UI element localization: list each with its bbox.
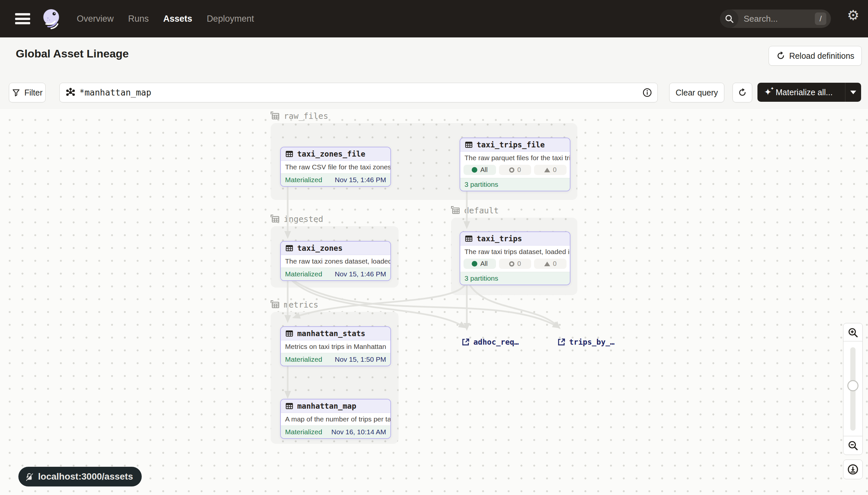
asset-description: The raw taxi zones dataset, loaded int..… (281, 255, 390, 268)
asset-node-header: taxi_zones_file (281, 148, 390, 161)
asset-description: A map of the number of trips per taxi z.… (281, 413, 390, 425)
search-input[interactable]: Search... / (720, 10, 831, 28)
download-graph-button[interactable] (843, 460, 863, 479)
status-materialized: Materialized (285, 428, 322, 436)
group-tables-icon (270, 214, 280, 224)
nav-link-runs[interactable]: Runs (128, 14, 149, 24)
clear-query-label: Clear query (675, 88, 718, 98)
materialize-all-button[interactable]: ✦✦ Materialize all... (758, 88, 845, 97)
ring-icon (509, 261, 514, 267)
zoom-slider-thumb[interactable] (847, 380, 858, 391)
materialization-timestamp[interactable]: Nov 15, 1:46 PM (335, 270, 386, 278)
group-tables-icon (450, 205, 460, 215)
partition-health-badges: All 0 0 (460, 164, 570, 178)
asset-status-bar: 3 partitions (460, 272, 570, 285)
external-asset-adhoc-request[interactable]: adhoc_req… (461, 338, 519, 347)
asset-description: The raw taxi trips dataset, loaded into … (460, 245, 570, 258)
asset-status-bar: 3 partitions (460, 178, 570, 191)
nav-link-deployment[interactable]: Deployment (207, 14, 254, 24)
filter-label: Filter (24, 88, 43, 98)
asset-node-taxi-trips-file[interactable]: taxi_trips_file The raw parquet files fo… (460, 138, 570, 191)
materialization-timestamp[interactable]: Nov 16, 10:14 AM (331, 428, 386, 436)
zoom-out-icon (847, 440, 858, 451)
table-icon (285, 329, 294, 338)
asset-node-header: taxi_trips (460, 232, 570, 245)
asset-node-taxi-zones[interactable]: taxi_zones The raw taxi zones dataset, l… (280, 241, 391, 281)
nav-link-assets[interactable]: Assets (163, 14, 193, 24)
top-nav: Overview Runs Assets Deployment Search..… (0, 0, 868, 37)
materialization-timestamp[interactable]: Nov 15, 1:46 PM (335, 176, 386, 184)
search-placeholder: Search... (744, 14, 815, 24)
group-label-default: default (450, 205, 499, 215)
table-icon (285, 150, 294, 158)
table-icon (464, 234, 473, 243)
query-info-icon[interactable] (642, 88, 652, 98)
page-header: Global Asset Lineage Reload definitions (0, 37, 868, 74)
asset-selection-input[interactable]: *manhattan_map (59, 83, 658, 102)
partitions-missing-badge[interactable]: 0 (534, 165, 567, 175)
menu-icon[interactable] (15, 13, 30, 24)
zoom-in-icon (847, 327, 858, 338)
lineage-graph-icon (66, 88, 75, 98)
partitions-count: 3 partitions (464, 181, 498, 188)
partitions-failed-badge[interactable]: 0 (499, 165, 531, 175)
materialize-all-split-button: ✦✦ Materialize all... (758, 83, 861, 102)
status-materialized: Materialized (285, 176, 322, 184)
partitions-all-badge[interactable]: All (463, 259, 496, 269)
asset-description: Metrics on taxi trips in Manhattan (281, 340, 390, 353)
triangle-icon (544, 168, 550, 172)
search-icon (720, 10, 739, 28)
refresh-graph-button[interactable] (732, 83, 752, 102)
partitions-all-badge[interactable]: All (463, 165, 496, 175)
partitions-failed-badge[interactable]: 0 (499, 259, 531, 269)
asset-node-header: manhattan_map (281, 399, 390, 413)
asset-node-manhattan-map[interactable]: manhattan_map A map of the number of tri… (280, 399, 391, 439)
reload-icon (776, 51, 785, 61)
partitions-missing-badge[interactable]: 0 (534, 259, 567, 269)
ring-icon (509, 167, 514, 173)
group-tables-icon (270, 111, 280, 121)
materialize-options-caret[interactable] (845, 90, 861, 94)
sparkle-icon: ✦✦ (764, 88, 772, 97)
materialization-timestamp[interactable]: Nov 15, 1:50 PM (335, 356, 386, 363)
external-link-icon (557, 338, 566, 347)
group-tables-icon (270, 300, 280, 309)
external-asset-trips-by[interactable]: trips_by_… (557, 338, 615, 347)
asset-node-manhattan-stats[interactable]: manhattan_stats Metrics on taxi trips in… (280, 326, 391, 366)
table-icon (285, 244, 294, 252)
external-link-icon (461, 338, 470, 347)
group-label-ingested: ingested (270, 214, 323, 224)
asset-node-taxi-trips[interactable]: taxi_trips The raw taxi trips dataset, l… (460, 232, 570, 285)
zoom-out-button[interactable] (843, 436, 863, 455)
settings-gear-icon[interactable]: ⚙ (847, 8, 860, 22)
status-materialized: Materialized (285, 356, 322, 363)
table-icon (464, 140, 473, 149)
zoom-slider[interactable] (843, 341, 863, 437)
url-text: localhost:3000/assets (38, 471, 133, 482)
asset-node-header: taxi_trips_file (460, 138, 570, 152)
reload-definitions-button[interactable]: Reload definitions (768, 46, 862, 66)
filter-button[interactable]: Filter (9, 83, 46, 102)
download-icon (847, 463, 859, 475)
reload-label: Reload definitions (789, 51, 854, 61)
materialize-all-label: Materialize all... (776, 88, 833, 97)
filter-funnel-icon (12, 88, 20, 97)
asset-node-header: taxi_zones (281, 242, 390, 255)
browser-url-badge: localhost:3000/assets (18, 467, 142, 487)
dagster-logo[interactable] (41, 8, 62, 29)
asset-graph-toolbar: Filter *manhattan_map Clear query ✦✦ Mat… (0, 73, 868, 109)
asset-node-taxi-zones-file[interactable]: taxi_zones_file The raw CSV file for the… (280, 147, 391, 187)
table-icon (285, 402, 294, 410)
success-dot-icon (472, 261, 477, 267)
status-materialized: Materialized (285, 270, 322, 278)
asset-selection-value: *manhattan_map (79, 88, 642, 98)
search-shortcut-key: / (815, 13, 826, 25)
group-label-raw-files: raw_files (270, 111, 328, 121)
asset-description: The raw CSV file for the taxi zones dat.… (281, 161, 390, 173)
asset-status-bar: Materialized Nov 16, 10:14 AM (281, 425, 390, 438)
nav-link-overview[interactable]: Overview (77, 14, 114, 24)
partition-health-badges: All 0 0 (460, 258, 570, 272)
zoom-in-button[interactable] (843, 323, 863, 342)
clear-query-button[interactable]: Clear query (669, 83, 724, 102)
asset-description: The raw parquet files for the taxi trips… (460, 152, 570, 164)
